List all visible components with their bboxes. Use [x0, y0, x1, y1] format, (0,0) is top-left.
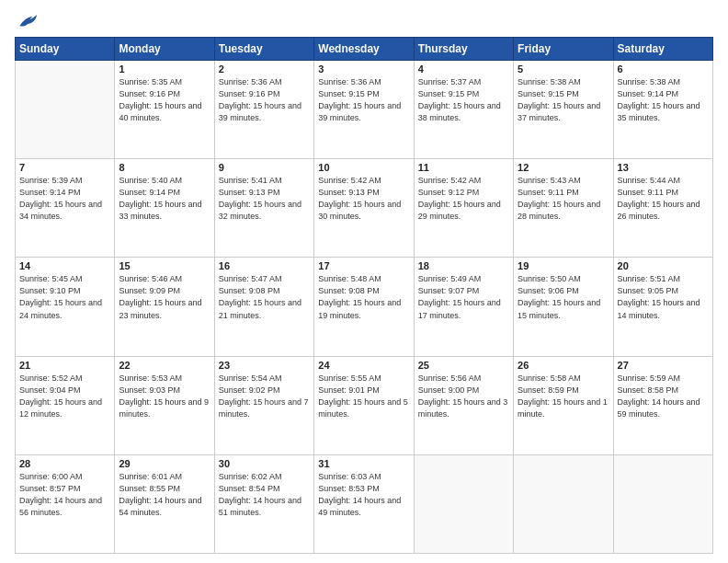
- day-number: 5: [518, 63, 609, 75]
- day-number: 17: [318, 260, 409, 271]
- calendar-cell: 4Sunrise: 5:37 AM Sunset: 9:15 PM Daylig…: [414, 61, 513, 159]
- col-header-saturday: Saturday: [613, 38, 712, 61]
- calendar-week-row: 7Sunrise: 5:39 AM Sunset: 9:14 PM Daylig…: [16, 159, 713, 258]
- calendar-cell: 23Sunrise: 5:54 AM Sunset: 9:02 PM Dayli…: [214, 356, 313, 454]
- day-info: Sunrise: 5:54 AM Sunset: 9:02 PM Dayligh…: [219, 373, 310, 420]
- day-number: 24: [318, 360, 409, 371]
- day-info: Sunrise: 5:48 AM Sunset: 9:08 PM Dayligh…: [318, 273, 409, 321]
- calendar-cell: 16Sunrise: 5:47 AM Sunset: 9:08 PM Dayli…: [214, 258, 313, 356]
- calendar-week-row: 1Sunrise: 5:35 AM Sunset: 9:16 PM Daylig…: [16, 61, 713, 159]
- calendar-week-row: 28Sunrise: 6:00 AM Sunset: 8:57 PM Dayli…: [16, 454, 713, 553]
- day-number: 12: [518, 162, 609, 173]
- logo: [15, 11, 39, 29]
- calendar-cell: [514, 454, 613, 553]
- day-number: 30: [219, 458, 310, 469]
- day-info: Sunrise: 5:43 AM Sunset: 9:11 PM Dayligh…: [518, 175, 609, 223]
- header: [15, 11, 713, 29]
- day-info: Sunrise: 6:03 AM Sunset: 8:53 PM Dayligh…: [318, 471, 409, 519]
- calendar-cell: 19Sunrise: 5:50 AM Sunset: 9:06 PM Dayli…: [514, 258, 613, 356]
- day-number: 3: [318, 63, 409, 75]
- day-info: Sunrise: 5:38 AM Sunset: 9:15 PM Dayligh…: [518, 76, 609, 124]
- calendar-cell: 22Sunrise: 5:53 AM Sunset: 9:03 PM Dayli…: [115, 356, 214, 454]
- day-number: 18: [418, 260, 509, 271]
- calendar-cell: [414, 454, 513, 553]
- calendar-week-row: 14Sunrise: 5:45 AM Sunset: 9:10 PM Dayli…: [16, 258, 713, 356]
- day-info: Sunrise: 5:53 AM Sunset: 9:03 PM Dayligh…: [119, 373, 210, 420]
- calendar-cell: [613, 454, 712, 553]
- col-header-friday: Friday: [514, 38, 613, 61]
- day-number: 29: [119, 458, 210, 469]
- day-info: Sunrise: 5:45 AM Sunset: 9:10 PM Dayligh…: [19, 273, 110, 321]
- day-number: 8: [119, 162, 210, 173]
- day-number: 19: [518, 260, 609, 271]
- day-number: 23: [219, 360, 310, 371]
- calendar-cell: 3Sunrise: 5:36 AM Sunset: 9:15 PM Daylig…: [314, 61, 414, 159]
- day-info: Sunrise: 5:50 AM Sunset: 9:06 PM Dayligh…: [518, 273, 609, 321]
- col-header-wednesday: Wednesday: [314, 38, 414, 61]
- day-info: Sunrise: 5:38 AM Sunset: 9:14 PM Dayligh…: [618, 76, 709, 124]
- day-info: Sunrise: 5:55 AM Sunset: 9:01 PM Dayligh…: [318, 373, 409, 420]
- day-number: 7: [19, 162, 110, 173]
- day-number: 15: [119, 260, 210, 271]
- calendar-week-row: 21Sunrise: 5:52 AM Sunset: 9:04 PM Dayli…: [16, 356, 713, 454]
- calendar-cell: 6Sunrise: 5:38 AM Sunset: 9:14 PM Daylig…: [613, 61, 712, 159]
- logo-bird-icon: [17, 11, 39, 29]
- calendar-header-row: SundayMondayTuesdayWednesdayThursdayFrid…: [16, 38, 713, 61]
- day-info: Sunrise: 5:35 AM Sunset: 9:16 PM Dayligh…: [119, 76, 210, 124]
- day-number: 4: [418, 63, 509, 75]
- calendar-cell: 10Sunrise: 5:42 AM Sunset: 9:13 PM Dayli…: [314, 159, 414, 258]
- day-number: 9: [219, 162, 310, 173]
- calendar-cell: 5Sunrise: 5:38 AM Sunset: 9:15 PM Daylig…: [514, 61, 613, 159]
- day-number: 22: [119, 360, 210, 371]
- calendar-cell: 2Sunrise: 5:36 AM Sunset: 9:16 PM Daylig…: [214, 61, 313, 159]
- day-info: Sunrise: 5:59 AM Sunset: 8:58 PM Dayligh…: [618, 373, 709, 420]
- calendar-cell: 18Sunrise: 5:49 AM Sunset: 9:07 PM Dayli…: [414, 258, 513, 356]
- calendar-table: SundayMondayTuesdayWednesdayThursdayFrid…: [15, 37, 713, 554]
- day-info: Sunrise: 5:44 AM Sunset: 9:11 PM Dayligh…: [618, 175, 709, 223]
- calendar-cell: 7Sunrise: 5:39 AM Sunset: 9:14 PM Daylig…: [16, 159, 115, 258]
- day-number: 13: [618, 162, 709, 173]
- day-info: Sunrise: 5:56 AM Sunset: 9:00 PM Dayligh…: [418, 373, 509, 420]
- day-number: 25: [418, 360, 509, 371]
- col-header-tuesday: Tuesday: [214, 38, 313, 61]
- day-info: Sunrise: 5:49 AM Sunset: 9:07 PM Dayligh…: [418, 273, 509, 321]
- day-number: 1: [119, 63, 210, 75]
- day-number: 14: [19, 260, 110, 271]
- day-info: Sunrise: 5:42 AM Sunset: 9:12 PM Dayligh…: [418, 175, 509, 223]
- day-info: Sunrise: 5:40 AM Sunset: 9:14 PM Dayligh…: [119, 175, 210, 223]
- calendar-cell: 17Sunrise: 5:48 AM Sunset: 9:08 PM Dayli…: [314, 258, 414, 356]
- day-info: Sunrise: 5:42 AM Sunset: 9:13 PM Dayligh…: [318, 175, 409, 223]
- day-info: Sunrise: 6:01 AM Sunset: 8:55 PM Dayligh…: [119, 471, 210, 519]
- calendar-cell: 30Sunrise: 6:02 AM Sunset: 8:54 PM Dayli…: [214, 454, 313, 553]
- day-number: 26: [518, 360, 609, 371]
- calendar-cell: 21Sunrise: 5:52 AM Sunset: 9:04 PM Dayli…: [16, 356, 115, 454]
- col-header-sunday: Sunday: [16, 38, 115, 61]
- calendar-cell: 13Sunrise: 5:44 AM Sunset: 9:11 PM Dayli…: [613, 159, 712, 258]
- calendar-cell: 31Sunrise: 6:03 AM Sunset: 8:53 PM Dayli…: [314, 454, 414, 553]
- day-number: 2: [219, 63, 310, 75]
- page: SundayMondayTuesdayWednesdayThursdayFrid…: [0, 0, 728, 563]
- day-number: 31: [318, 458, 409, 469]
- calendar-cell: [16, 61, 115, 159]
- calendar-cell: 26Sunrise: 5:58 AM Sunset: 8:59 PM Dayli…: [514, 356, 613, 454]
- calendar-cell: 11Sunrise: 5:42 AM Sunset: 9:12 PM Dayli…: [414, 159, 513, 258]
- day-info: Sunrise: 5:36 AM Sunset: 9:16 PM Dayligh…: [219, 76, 310, 124]
- day-info: Sunrise: 6:00 AM Sunset: 8:57 PM Dayligh…: [19, 471, 110, 519]
- calendar-cell: 24Sunrise: 5:55 AM Sunset: 9:01 PM Dayli…: [314, 356, 414, 454]
- calendar-cell: 27Sunrise: 5:59 AM Sunset: 8:58 PM Dayli…: [613, 356, 712, 454]
- calendar-cell: 28Sunrise: 6:00 AM Sunset: 8:57 PM Dayli…: [16, 454, 115, 553]
- day-info: Sunrise: 6:02 AM Sunset: 8:54 PM Dayligh…: [219, 471, 310, 519]
- calendar-cell: 8Sunrise: 5:40 AM Sunset: 9:14 PM Daylig…: [115, 159, 214, 258]
- calendar-cell: 29Sunrise: 6:01 AM Sunset: 8:55 PM Dayli…: [115, 454, 214, 553]
- col-header-monday: Monday: [115, 38, 214, 61]
- day-number: 21: [19, 360, 110, 371]
- day-info: Sunrise: 5:52 AM Sunset: 9:04 PM Dayligh…: [19, 373, 110, 420]
- day-number: 11: [418, 162, 509, 173]
- calendar-cell: 1Sunrise: 5:35 AM Sunset: 9:16 PM Daylig…: [115, 61, 214, 159]
- calendar-cell: 9Sunrise: 5:41 AM Sunset: 9:13 PM Daylig…: [214, 159, 313, 258]
- day-number: 20: [618, 260, 709, 271]
- day-info: Sunrise: 5:41 AM Sunset: 9:13 PM Dayligh…: [219, 175, 310, 223]
- day-number: 28: [19, 458, 110, 469]
- day-number: 27: [618, 360, 709, 371]
- day-info: Sunrise: 5:47 AM Sunset: 9:08 PM Dayligh…: [219, 273, 310, 321]
